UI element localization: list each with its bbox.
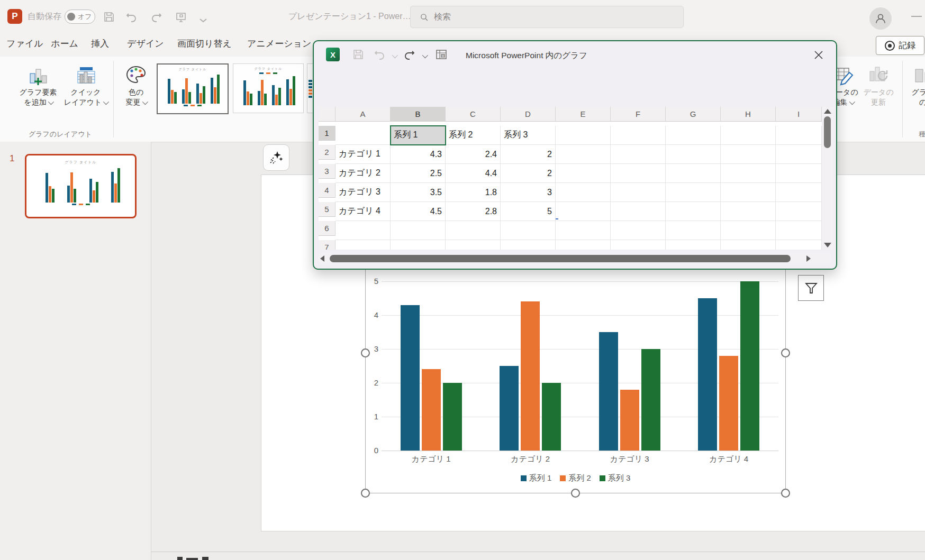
- cell-E2[interactable]: [556, 145, 611, 164]
- cell-G3[interactable]: [666, 164, 721, 183]
- tab-design[interactable]: デザイン: [127, 38, 164, 50]
- cell-F2[interactable]: [611, 145, 666, 164]
- cell-F3[interactable]: [611, 164, 666, 183]
- cell-F7[interactable]: [611, 240, 666, 250]
- scroll-up-arrow-icon[interactable]: [824, 109, 831, 114]
- cell-A2[interactable]: カテゴリ 1: [335, 145, 391, 164]
- tab-insert[interactable]: 挿入: [91, 38, 109, 50]
- cell-D6[interactable]: [501, 221, 556, 240]
- cell-C7[interactable]: [446, 240, 501, 250]
- redo-icon[interactable]: [403, 48, 416, 61]
- chart-style-1-thumbnail[interactable]: グラフ タイトル: [157, 63, 229, 114]
- designer-sparkle-button[interactable]: [263, 144, 289, 171]
- change-chart-type-button[interactable]: グラフ の: [907, 61, 925, 107]
- cell-I1[interactable]: [776, 126, 822, 145]
- col-header-B[interactable]: B: [391, 107, 446, 122]
- cell-D2[interactable]: 2: [501, 145, 556, 164]
- col-header-A[interactable]: A: [335, 107, 391, 122]
- cell-I4[interactable]: [776, 183, 822, 202]
- account-avatar[interactable]: [869, 7, 892, 30]
- cell-G5[interactable]: [666, 202, 721, 221]
- tab-file[interactable]: ファイル: [6, 38, 43, 50]
- tab-transitions[interactable]: 画面切り替え: [177, 38, 232, 50]
- row-header-5[interactable]: 5: [319, 202, 335, 217]
- col-header-G[interactable]: G: [666, 107, 721, 122]
- slide-1-thumbnail[interactable]: グラフ タイトル: [25, 154, 137, 218]
- cell-I3[interactable]: [776, 164, 822, 183]
- autosave-toggle[interactable]: オフ: [65, 10, 95, 24]
- customize-toolbar-chevron-icon[interactable]: [197, 14, 210, 26]
- vertical-scroll-thumb[interactable]: [824, 116, 831, 148]
- cell-C5[interactable]: 2.8: [446, 202, 501, 221]
- cell-D4[interactable]: 3: [501, 183, 556, 202]
- horizontal-scrollbar[interactable]: [318, 252, 832, 265]
- cell-A3[interactable]: カテゴリ 2: [335, 164, 391, 183]
- cell-A7[interactable]: [335, 240, 391, 250]
- scroll-left-arrow-icon[interactable]: [320, 255, 324, 262]
- cell-C3[interactable]: 4.4: [446, 164, 501, 183]
- tab-home[interactable]: ホーム: [51, 38, 78, 50]
- quick-layout-button[interactable]: クイック レイアウト: [62, 61, 109, 107]
- cell-B5[interactable]: 4.5: [391, 202, 446, 221]
- open-in-excel-icon[interactable]: X: [434, 48, 448, 61]
- cell-E5[interactable]: [556, 202, 611, 221]
- undo-icon[interactable]: [125, 11, 138, 23]
- slideshow-icon[interactable]: [175, 11, 187, 23]
- scroll-right-arrow-icon[interactable]: [806, 255, 811, 262]
- cell-C2[interactable]: 2.4: [446, 145, 501, 164]
- row-header-4[interactable]: 4: [319, 183, 335, 198]
- record-button[interactable]: 記録: [876, 36, 924, 55]
- powerpoint-logo-icon[interactable]: P: [7, 9, 22, 24]
- resize-handle-left[interactable]: [361, 348, 370, 357]
- cell-B4[interactable]: 3.5: [391, 183, 446, 202]
- cell-F5[interactable]: [611, 202, 666, 221]
- row-header-3[interactable]: 3: [319, 164, 335, 179]
- horizontal-scroll-thumb[interactable]: [330, 255, 791, 262]
- cell-G7[interactable]: [666, 240, 721, 250]
- cell-E1[interactable]: [556, 126, 611, 145]
- cell-H2[interactable]: [721, 145, 776, 164]
- col-header-I[interactable]: I: [776, 107, 822, 122]
- col-header-C[interactable]: C: [446, 107, 501, 122]
- cell-F4[interactable]: [611, 183, 666, 202]
- cell-I6[interactable]: [776, 221, 822, 240]
- cell-A6[interactable]: [335, 221, 391, 240]
- cell-A5[interactable]: カテゴリ 4: [335, 202, 391, 221]
- col-header-E[interactable]: E: [556, 107, 611, 122]
- scroll-down-arrow-icon[interactable]: [824, 243, 831, 247]
- cell-H6[interactable]: [721, 221, 776, 240]
- cell-H5[interactable]: [721, 202, 776, 221]
- row-header-6[interactable]: 6: [319, 221, 335, 236]
- vertical-scrollbar[interactable]: [822, 107, 833, 250]
- cell-E4[interactable]: [556, 183, 611, 202]
- cell-C1[interactable]: 系列 2: [446, 126, 501, 145]
- cell-I2[interactable]: [776, 145, 822, 164]
- resize-handle-bottom-left[interactable]: [361, 489, 370, 498]
- cell-H3[interactable]: [721, 164, 776, 183]
- spreadsheet[interactable]: A B C D E F G H I 1 系列 1 系列 2 系列 3 2 カテゴ…: [319, 107, 822, 250]
- change-colors-button[interactable]: 色の 変更: [117, 61, 155, 107]
- cell-D5[interactable]: 5: [501, 202, 556, 221]
- cell-I7[interactable]: [776, 240, 822, 250]
- cell-B2[interactable]: 4.3: [391, 145, 446, 164]
- chart-data-excel-window[interactable]: X X Microsoft PowerPoint 内のグラフ A B C: [313, 40, 837, 270]
- cell-H4[interactable]: [721, 183, 776, 202]
- redo-chevron-icon[interactable]: [422, 52, 428, 58]
- cell-E7[interactable]: [556, 240, 611, 250]
- cell-I5[interactable]: [776, 202, 822, 221]
- cell-A1[interactable]: [335, 126, 391, 145]
- tab-animations[interactable]: アニメーション: [247, 38, 311, 50]
- cell-B6[interactable]: [391, 221, 446, 240]
- cell-E3[interactable]: [556, 164, 611, 183]
- cell-D7[interactable]: [501, 240, 556, 250]
- col-header-F[interactable]: F: [611, 107, 666, 122]
- resize-handle-bottom-center[interactable]: [571, 489, 580, 498]
- row-header-1[interactable]: 1: [319, 126, 335, 141]
- cell-H1[interactable]: [721, 126, 776, 145]
- row-header-7[interactable]: 7: [319, 240, 335, 250]
- cell-D1[interactable]: 系列 3: [501, 126, 556, 145]
- cell-G4[interactable]: [666, 183, 721, 202]
- cell-G1[interactable]: [666, 126, 721, 145]
- cell-B1-active[interactable]: 系列 1: [391, 126, 446, 145]
- select-all-corner[interactable]: [319, 107, 335, 122]
